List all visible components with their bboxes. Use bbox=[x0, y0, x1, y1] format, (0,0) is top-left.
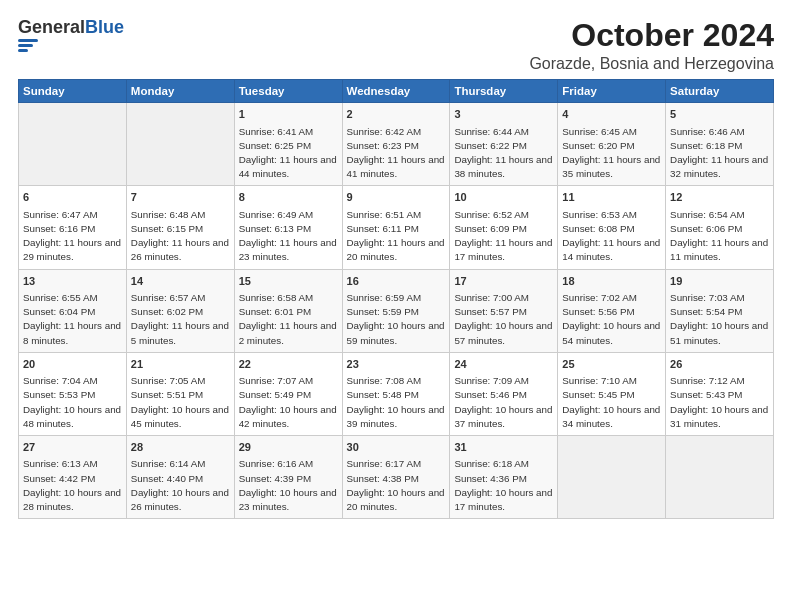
day-cell-1-1 bbox=[19, 103, 127, 186]
day-cell-3-1: 13Sunrise: 6:55 AMSunset: 6:04 PMDayligh… bbox=[19, 269, 127, 352]
day-number: 9 bbox=[347, 190, 446, 205]
logo-lines bbox=[18, 39, 124, 52]
day-number: 1 bbox=[239, 107, 338, 122]
day-cell-2-1: 6Sunrise: 6:47 AMSunset: 6:16 PMDaylight… bbox=[19, 186, 127, 269]
day-number: 24 bbox=[454, 357, 553, 372]
day-number: 6 bbox=[23, 190, 122, 205]
day-header-tuesday: Tuesday bbox=[234, 80, 342, 103]
day-cell-3-7: 19Sunrise: 7:03 AMSunset: 5:54 PMDayligh… bbox=[666, 269, 774, 352]
calendar-table: SundayMondayTuesdayWednesdayThursdayFrid… bbox=[18, 79, 774, 519]
day-number: 29 bbox=[239, 440, 338, 455]
day-number: 4 bbox=[562, 107, 661, 122]
day-number: 16 bbox=[347, 274, 446, 289]
day-cell-2-3: 8Sunrise: 6:49 AMSunset: 6:13 PMDaylight… bbox=[234, 186, 342, 269]
day-info: Sunrise: 6:47 AMSunset: 6:16 PMDaylight:… bbox=[23, 208, 122, 265]
day-number: 15 bbox=[239, 274, 338, 289]
day-header-sunday: Sunday bbox=[19, 80, 127, 103]
day-number: 14 bbox=[131, 274, 230, 289]
day-info: Sunrise: 6:46 AMSunset: 6:18 PMDaylight:… bbox=[670, 125, 769, 182]
day-cell-3-6: 18Sunrise: 7:02 AMSunset: 5:56 PMDayligh… bbox=[558, 269, 666, 352]
day-cell-3-2: 14Sunrise: 6:57 AMSunset: 6:02 PMDayligh… bbox=[126, 269, 234, 352]
day-cell-1-2 bbox=[126, 103, 234, 186]
day-number: 18 bbox=[562, 274, 661, 289]
day-info: Sunrise: 6:18 AMSunset: 4:36 PMDaylight:… bbox=[454, 457, 553, 514]
location-title: Gorazde, Bosnia and Herzegovina bbox=[529, 55, 774, 73]
day-header-wednesday: Wednesday bbox=[342, 80, 450, 103]
day-cell-1-6: 4Sunrise: 6:45 AMSunset: 6:20 PMDaylight… bbox=[558, 103, 666, 186]
day-cell-2-7: 12Sunrise: 6:54 AMSunset: 6:06 PMDayligh… bbox=[666, 186, 774, 269]
day-number: 28 bbox=[131, 440, 230, 455]
day-info: Sunrise: 6:51 AMSunset: 6:11 PMDaylight:… bbox=[347, 208, 446, 265]
day-info: Sunrise: 7:03 AMSunset: 5:54 PMDaylight:… bbox=[670, 291, 769, 348]
day-cell-2-6: 11Sunrise: 6:53 AMSunset: 6:08 PMDayligh… bbox=[558, 186, 666, 269]
day-cell-4-5: 24Sunrise: 7:09 AMSunset: 5:46 PMDayligh… bbox=[450, 352, 558, 435]
day-cell-5-4: 30Sunrise: 6:17 AMSunset: 4:38 PMDayligh… bbox=[342, 436, 450, 519]
day-header-monday: Monday bbox=[126, 80, 234, 103]
day-number: 23 bbox=[347, 357, 446, 372]
week-row-1: 1Sunrise: 6:41 AMSunset: 6:25 PMDaylight… bbox=[19, 103, 774, 186]
logo-general: General bbox=[18, 17, 85, 37]
day-info: Sunrise: 6:44 AMSunset: 6:22 PMDaylight:… bbox=[454, 125, 553, 182]
day-info: Sunrise: 7:04 AMSunset: 5:53 PMDaylight:… bbox=[23, 374, 122, 431]
day-info: Sunrise: 6:59 AMSunset: 5:59 PMDaylight:… bbox=[347, 291, 446, 348]
day-info: Sunrise: 7:07 AMSunset: 5:49 PMDaylight:… bbox=[239, 374, 338, 431]
day-number: 12 bbox=[670, 190, 769, 205]
day-cell-5-1: 27Sunrise: 6:13 AMSunset: 4:42 PMDayligh… bbox=[19, 436, 127, 519]
day-cell-4-6: 25Sunrise: 7:10 AMSunset: 5:45 PMDayligh… bbox=[558, 352, 666, 435]
logo-line-3 bbox=[18, 49, 28, 52]
day-number: 21 bbox=[131, 357, 230, 372]
week-row-2: 6Sunrise: 6:47 AMSunset: 6:16 PMDaylight… bbox=[19, 186, 774, 269]
day-info: Sunrise: 7:02 AMSunset: 5:56 PMDaylight:… bbox=[562, 291, 661, 348]
day-info: Sunrise: 6:42 AMSunset: 6:23 PMDaylight:… bbox=[347, 125, 446, 182]
day-number: 26 bbox=[670, 357, 769, 372]
day-cell-1-5: 3Sunrise: 6:44 AMSunset: 6:22 PMDaylight… bbox=[450, 103, 558, 186]
day-info: Sunrise: 6:57 AMSunset: 6:02 PMDaylight:… bbox=[131, 291, 230, 348]
week-row-5: 27Sunrise: 6:13 AMSunset: 4:42 PMDayligh… bbox=[19, 436, 774, 519]
day-number: 2 bbox=[347, 107, 446, 122]
day-number: 27 bbox=[23, 440, 122, 455]
day-number: 31 bbox=[454, 440, 553, 455]
day-number: 25 bbox=[562, 357, 661, 372]
day-cell-5-2: 28Sunrise: 6:14 AMSunset: 4:40 PMDayligh… bbox=[126, 436, 234, 519]
day-info: Sunrise: 6:58 AMSunset: 6:01 PMDaylight:… bbox=[239, 291, 338, 348]
day-cell-2-2: 7Sunrise: 6:48 AMSunset: 6:15 PMDaylight… bbox=[126, 186, 234, 269]
week-row-4: 20Sunrise: 7:04 AMSunset: 5:53 PMDayligh… bbox=[19, 352, 774, 435]
day-number: 19 bbox=[670, 274, 769, 289]
day-number: 22 bbox=[239, 357, 338, 372]
logo-line-2 bbox=[18, 44, 33, 47]
day-info: Sunrise: 6:54 AMSunset: 6:06 PMDaylight:… bbox=[670, 208, 769, 265]
day-header-thursday: Thursday bbox=[450, 80, 558, 103]
day-cell-3-5: 17Sunrise: 7:00 AMSunset: 5:57 PMDayligh… bbox=[450, 269, 558, 352]
day-number: 20 bbox=[23, 357, 122, 372]
day-cell-4-4: 23Sunrise: 7:08 AMSunset: 5:48 PMDayligh… bbox=[342, 352, 450, 435]
day-info: Sunrise: 6:49 AMSunset: 6:13 PMDaylight:… bbox=[239, 208, 338, 265]
title-block: October 2024 Gorazde, Bosnia and Herzego… bbox=[529, 18, 774, 73]
day-info: Sunrise: 7:00 AMSunset: 5:57 PMDaylight:… bbox=[454, 291, 553, 348]
day-info: Sunrise: 6:53 AMSunset: 6:08 PMDaylight:… bbox=[562, 208, 661, 265]
day-info: Sunrise: 7:09 AMSunset: 5:46 PMDaylight:… bbox=[454, 374, 553, 431]
day-cell-4-1: 20Sunrise: 7:04 AMSunset: 5:53 PMDayligh… bbox=[19, 352, 127, 435]
day-cell-3-4: 16Sunrise: 6:59 AMSunset: 5:59 PMDayligh… bbox=[342, 269, 450, 352]
day-cell-1-7: 5Sunrise: 6:46 AMSunset: 6:18 PMDaylight… bbox=[666, 103, 774, 186]
day-cell-5-6 bbox=[558, 436, 666, 519]
day-number: 7 bbox=[131, 190, 230, 205]
day-info: Sunrise: 6:48 AMSunset: 6:15 PMDaylight:… bbox=[131, 208, 230, 265]
day-number: 8 bbox=[239, 190, 338, 205]
logo: GeneralBlue bbox=[18, 18, 124, 52]
day-number: 13 bbox=[23, 274, 122, 289]
day-number: 30 bbox=[347, 440, 446, 455]
day-cell-5-7 bbox=[666, 436, 774, 519]
day-cell-4-2: 21Sunrise: 7:05 AMSunset: 5:51 PMDayligh… bbox=[126, 352, 234, 435]
day-info: Sunrise: 7:10 AMSunset: 5:45 PMDaylight:… bbox=[562, 374, 661, 431]
day-info: Sunrise: 6:45 AMSunset: 6:20 PMDaylight:… bbox=[562, 125, 661, 182]
day-cell-2-5: 10Sunrise: 6:52 AMSunset: 6:09 PMDayligh… bbox=[450, 186, 558, 269]
day-cell-5-5: 31Sunrise: 6:18 AMSunset: 4:36 PMDayligh… bbox=[450, 436, 558, 519]
day-info: Sunrise: 6:52 AMSunset: 6:09 PMDaylight:… bbox=[454, 208, 553, 265]
days-header-row: SundayMondayTuesdayWednesdayThursdayFrid… bbox=[19, 80, 774, 103]
month-title: October 2024 bbox=[529, 18, 774, 53]
day-info: Sunrise: 6:17 AMSunset: 4:38 PMDaylight:… bbox=[347, 457, 446, 514]
day-header-saturday: Saturday bbox=[666, 80, 774, 103]
day-number: 10 bbox=[454, 190, 553, 205]
day-cell-1-4: 2Sunrise: 6:42 AMSunset: 6:23 PMDaylight… bbox=[342, 103, 450, 186]
day-info: Sunrise: 6:41 AMSunset: 6:25 PMDaylight:… bbox=[239, 125, 338, 182]
